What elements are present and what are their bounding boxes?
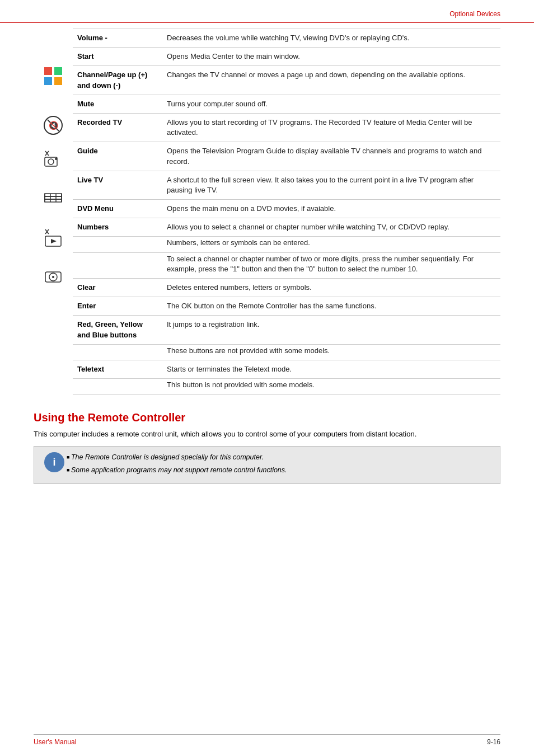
feature-label: Guide xyxy=(73,142,162,171)
info-icon-wrap: i xyxy=(42,452,67,472)
page-footer: User's Manual 9-16 xyxy=(34,734,500,746)
table-row-continuation: This button is not provided with some mo… xyxy=(73,379,500,395)
feature-label: Start xyxy=(73,48,162,66)
svg-point-11 xyxy=(55,158,57,160)
feature-label: Clear xyxy=(73,279,162,297)
feature-label: Recorded TV xyxy=(73,113,162,142)
feature-description: Deletes entered numbers, letters or symb… xyxy=(162,279,500,297)
feature-description: Opens Media Center to the main window. xyxy=(162,48,500,66)
feature-description: To select a channel or chapter number of… xyxy=(162,252,500,278)
feature-description: Allows you to start recording of TV prog… xyxy=(162,113,500,142)
table-row: Start Opens Media Center to the main win… xyxy=(73,48,500,66)
table-row: Teletext Starts or terminates the Telete… xyxy=(73,360,500,378)
feature-label: Live TV xyxy=(73,171,162,199)
list-item: The Remote Controller is designed specia… xyxy=(67,452,492,463)
feature-label: Red, Green, Yellowand Blue buttons xyxy=(73,316,162,344)
feature-description: This button is not provided with some mo… xyxy=(162,379,500,395)
mute-icon: 🔇 xyxy=(43,111,63,139)
feature-description: Allows you to select a channel or chapte… xyxy=(162,218,500,237)
table-row: Mute Turns your computer sound off. xyxy=(73,95,500,113)
table-row: Volume - Decreases the volume while watc… xyxy=(73,29,500,48)
feature-label: Teletext xyxy=(73,360,162,378)
info-box: i The Remote Controller is designed spec… xyxy=(34,446,500,484)
start-icon xyxy=(43,62,63,90)
table-row-continuation: To select a channel or chapter number of… xyxy=(73,252,500,278)
table-row: Enter The OK button on the Remote Contro… xyxy=(73,297,500,316)
table-area: Volume - Decreases the volume while watc… xyxy=(73,29,500,395)
svg-rect-3 xyxy=(54,77,62,85)
feature-label: Channel/Page up (+)and down (-) xyxy=(73,66,162,95)
feature-label-empty xyxy=(73,344,162,360)
feature-label: Volume - xyxy=(73,29,162,48)
feature-description: Starts or terminates the Teletext mode. xyxy=(162,360,500,378)
guide-icon xyxy=(43,185,63,213)
svg-rect-1 xyxy=(54,67,62,75)
table-row-continuation: Numbers, letters or symbols can be enter… xyxy=(73,237,500,252)
feature-description: Changes the TV channel or moves a page u… xyxy=(162,66,500,95)
info-item-2: Some application programs may not suppor… xyxy=(71,466,287,474)
dvd-icon xyxy=(43,262,63,290)
table-row: Numbers Allows you to select a channel o… xyxy=(73,218,500,237)
svg-text:🔇: 🔇 xyxy=(49,121,59,130)
feature-description: Decreases the volume while watching TV, … xyxy=(162,29,500,48)
svg-rect-2 xyxy=(44,77,52,85)
table-row: Guide Opens the Television Program Guide… xyxy=(73,142,500,171)
main-content: 🔇 xyxy=(0,29,534,395)
footer-manual-label: User's Manual xyxy=(34,738,76,746)
feature-description: A shortcut to the full screen view. It a… xyxy=(162,171,500,199)
list-item: Some application programs may not suppor… xyxy=(67,465,492,476)
svg-rect-14 xyxy=(45,199,62,202)
table-row: Live TV A shortcut to the full screen vi… xyxy=(73,171,500,199)
footer-page-number: 9-16 xyxy=(487,738,500,746)
feature-label-empty xyxy=(73,252,162,278)
page-header: Optional Devices xyxy=(0,0,534,23)
feature-description: Opens the Television Program Guide to di… xyxy=(162,142,500,171)
table-row: Channel/Page up (+)and down (-) Changes … xyxy=(73,66,500,95)
feature-label-empty xyxy=(73,237,162,252)
recorded-tv-icon xyxy=(43,146,63,174)
info-list: The Remote Controller is designed specia… xyxy=(67,452,492,476)
info-text: The Remote Controller is designed specia… xyxy=(67,452,492,478)
feature-description: The OK button on the Remote Controller h… xyxy=(162,297,500,316)
svg-rect-0 xyxy=(44,67,52,75)
feature-label-empty xyxy=(73,379,162,395)
features-table: Volume - Decreases the volume while watc… xyxy=(73,29,500,395)
table-row: Recorded TV Allows you to start recordin… xyxy=(73,113,500,142)
feature-label: Numbers xyxy=(73,218,162,237)
feature-label: DVD Menu xyxy=(73,200,162,218)
table-row-continuation: These buttons are not provided with some… xyxy=(73,344,500,360)
page-header-title: Optional Devices xyxy=(449,10,500,18)
page: Optional Devices 🔇 xyxy=(0,0,534,756)
section-heading: Using the Remote Controller xyxy=(34,411,500,424)
section-wrapper: Using the Remote Controller This compute… xyxy=(0,411,534,438)
icons-column: 🔇 xyxy=(34,29,73,395)
section-description: This computer includes a remote control … xyxy=(34,430,500,438)
feature-description: It jumps to a registration link. xyxy=(162,316,500,344)
feature-label: Enter xyxy=(73,297,162,316)
feature-description: These buttons are not provided with some… xyxy=(162,344,500,360)
info-icon: i xyxy=(44,452,64,472)
svg-point-10 xyxy=(48,159,54,165)
svg-point-25 xyxy=(52,276,54,278)
feature-label: Mute xyxy=(73,95,162,113)
table-row: DVD Menu Opens the main menu on a DVD mo… xyxy=(73,200,500,218)
table-row: Clear Deletes entered numbers, letters o… xyxy=(73,279,500,297)
feature-description: Opens the main menu on a DVD movies, if … xyxy=(162,200,500,218)
svg-marker-22 xyxy=(51,239,57,243)
table-row: Red, Green, Yellowand Blue buttons It ju… xyxy=(73,316,500,344)
feature-description: Numbers, letters or symbols can be enter… xyxy=(162,237,500,252)
info-item-1: The Remote Controller is designed specia… xyxy=(71,453,264,461)
live-tv-icon xyxy=(43,224,63,252)
feature-description: Turns your computer sound off. xyxy=(162,95,500,113)
